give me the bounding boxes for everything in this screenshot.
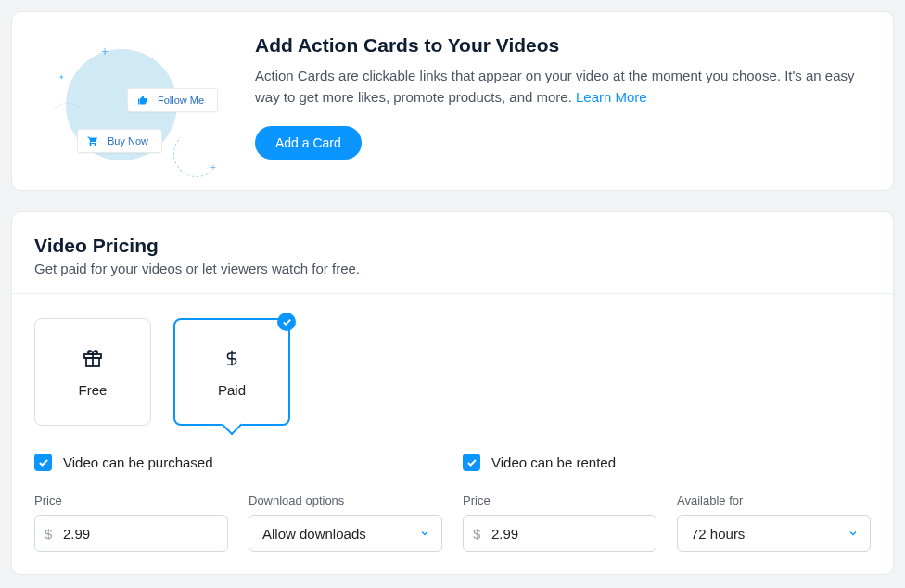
add-card-button[interactable]: Add a Card <box>255 126 362 160</box>
available-for-value: 72 hours <box>691 526 745 542</box>
option-paid[interactable]: Paid <box>173 318 290 426</box>
rent-price-input[interactable] <box>463 515 656 552</box>
pricing-options: Free Paid <box>34 318 871 426</box>
checkmark-icon <box>38 457 49 468</box>
currency-symbol: $ <box>45 526 52 542</box>
dollar-icon <box>223 347 241 369</box>
chevron-down-icon <box>848 528 859 539</box>
option-free-label: Free <box>79 382 108 398</box>
purchase-price-input[interactable] <box>34 515 228 552</box>
video-pricing-panel: Video Pricing Get paid for your videos o… <box>11 211 894 575</box>
purchase-checkbox[interactable] <box>34 454 52 471</box>
purchase-price-label: Price <box>34 493 228 507</box>
purchase-column: Video can be purchased Price $ Download … <box>34 454 442 552</box>
chevron-down-icon <box>419 528 430 539</box>
rent-price-label: Price <box>463 493 656 507</box>
rent-checkbox-label: Video can be rented <box>491 454 616 470</box>
gift-icon <box>82 347 104 369</box>
illus-chip-follow: Follow Me <box>127 88 218 112</box>
cart-icon <box>87 135 98 147</box>
action-cards-illustration: + + ✦ Follow Me Buy Now <box>34 29 229 168</box>
illus-chip-follow-text: Follow Me <box>158 95 204 106</box>
download-options-label: Download options <box>249 493 442 507</box>
purchase-checkbox-label: Video can be purchased <box>63 454 213 470</box>
illus-chip-buy: Buy Now <box>77 129 162 153</box>
action-cards-panel: + + ✦ Follow Me Buy Now Add Action Cards… <box>11 11 894 191</box>
option-paid-label: Paid <box>218 382 246 398</box>
option-free[interactable]: Free <box>34 318 151 426</box>
checkmark-icon <box>466 457 478 468</box>
rent-checkbox[interactable] <box>463 454 480 471</box>
available-for-select[interactable]: 72 hours <box>677 515 871 552</box>
divider <box>12 293 893 294</box>
pricing-subtitle: Get paid for your videos or let viewers … <box>34 261 871 276</box>
check-icon <box>277 313 296 331</box>
learn-more-link[interactable]: Learn More <box>576 89 647 105</box>
download-options-value: Allow downloads <box>262 526 366 542</box>
illus-chip-buy-text: Buy Now <box>108 135 148 147</box>
thumbs-up-icon <box>137 95 148 106</box>
currency-symbol: $ <box>473 526 480 542</box>
action-cards-description: Action Cards are clickable links that ap… <box>255 66 871 108</box>
action-cards-title: Add Action Cards to Your Videos <box>255 34 871 57</box>
available-for-label: Available for <box>677 493 871 507</box>
rent-column: Video can be rented Price $ Available fo… <box>463 454 871 552</box>
download-options-select[interactable]: Allow downloads <box>249 515 442 552</box>
pricing-title: Video Pricing <box>34 235 871 257</box>
